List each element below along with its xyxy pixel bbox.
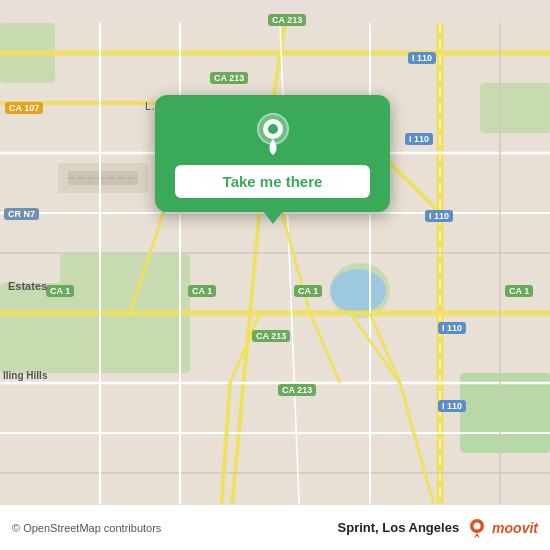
label-rolling-hills: lling Hills (3, 370, 47, 381)
badge-ca213-bot2: CA 213 (278, 384, 316, 396)
badge-ca213-bot: CA 213 (252, 330, 290, 342)
bottom-bar: © OpenStreetMap contributors Sprint, Los… (0, 504, 550, 550)
svg-point-41 (268, 124, 278, 134)
moovit-text: moovit (492, 520, 538, 536)
location-pin-icon (251, 111, 295, 155)
badge-ca1-mid2: CA 1 (294, 285, 322, 297)
badge-crn7: CR N7 (4, 208, 39, 220)
badge-i110-bot: I 110 (438, 322, 466, 334)
badge-i110-mid1: I 110 (405, 133, 433, 145)
badge-ca213-mid: CA 213 (210, 72, 248, 84)
badge-i110-top: I 110 (408, 52, 436, 64)
moovit-icon (465, 516, 489, 540)
map-svg (0, 0, 550, 550)
attribution-area: © OpenStreetMap contributors (12, 522, 161, 534)
map-container: CA 213 CA 213 I 110 I 110 I 110 I 110 I … (0, 0, 550, 550)
badge-ca213-top: CA 213 (268, 14, 306, 26)
svg-rect-4 (460, 373, 550, 453)
popup-card: Take me there (155, 95, 390, 212)
label-estates: Estates (8, 280, 47, 292)
badge-ca107: CA 107 (5, 102, 43, 114)
badge-i110-bot2: I 110 (438, 400, 466, 412)
osm-attribution: © OpenStreetMap contributors (12, 522, 161, 534)
branding-area: Sprint, Los Angeles moovit (338, 516, 538, 540)
moovit-logo: moovit (465, 516, 538, 540)
svg-point-7 (330, 269, 386, 313)
location-label: Sprint, Los Angeles (338, 520, 460, 535)
badge-ca1-mid1: CA 1 (188, 285, 216, 297)
take-me-there-button[interactable]: Take me there (175, 165, 370, 198)
badge-ca1-left: CA 1 (46, 285, 74, 297)
badge-ca1-right: CA 1 (505, 285, 533, 297)
svg-point-44 (474, 522, 481, 529)
badge-i110-mid2: I 110 (425, 210, 453, 222)
svg-rect-5 (480, 83, 550, 133)
